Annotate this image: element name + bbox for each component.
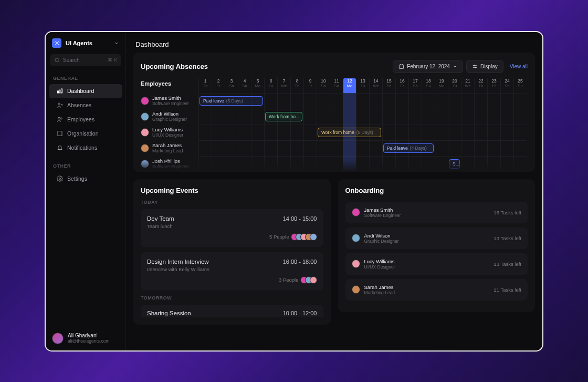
svg-rect-11 xyxy=(58,131,62,136)
svg-point-9 xyxy=(58,117,60,119)
onboarding-card[interactable]: Andi WilsonGraphic Designer 13 Tasks lef… xyxy=(345,228,528,249)
onboarding-card[interactable]: Sarah JamesMarketing Lead 11 Tasks left xyxy=(345,279,528,301)
onboarding-panel: Onboarding James SmithSoftware Engineer … xyxy=(338,179,536,312)
date-cell[interactable]: 18Su xyxy=(422,78,435,93)
display-button[interactable]: Display xyxy=(466,60,503,73)
employee-row[interactable]: Andi WilsonGraphic Designer xyxy=(133,109,198,125)
tasks-left: 11 Tasks left xyxy=(494,287,521,293)
building-icon xyxy=(56,130,63,137)
date-picker-button[interactable]: February 12, 2024 xyxy=(393,60,463,73)
search-input[interactable]: Search ⌘ K xyxy=(50,54,121,66)
absence-bar[interactable]: Work from home(5 Days) xyxy=(318,128,381,137)
sliders-icon xyxy=(472,64,478,69)
nav-label: Notifications xyxy=(67,144,97,151)
absences-panel: Upcoming Absences February 12, 2024 Disp… xyxy=(133,53,535,172)
nav-item-dashboard[interactable]: Dashboard xyxy=(49,84,122,98)
date-cell[interactable]: 8Th xyxy=(290,78,303,93)
svg-rect-17 xyxy=(400,65,404,68)
onboarding-card[interactable]: James SmithSoftware Engineer 16 Tasks le… xyxy=(345,202,528,223)
tasks-left: 13 Tasks left xyxy=(494,235,521,241)
date-cell[interactable]: 16Fr xyxy=(395,78,408,93)
date-cell[interactable]: 1Th xyxy=(198,78,212,93)
date-cell[interactable]: 23Fr xyxy=(487,78,500,93)
app-window: UI Agents Search ⌘ K GENERAL Dashboard A… xyxy=(45,31,543,352)
gear-icon xyxy=(56,175,63,182)
display-label: Display xyxy=(480,64,498,69)
date-cell[interactable]: 4Su xyxy=(238,78,251,93)
nav-item-settings[interactable]: Settings xyxy=(49,172,122,186)
sidebar: UI Agents Search ⌘ K GENERAL Dashboard A… xyxy=(46,32,126,350)
absence-bar[interactable]: Paid leave(5 Days) xyxy=(200,96,263,106)
date-cell[interactable]: 17Sa xyxy=(408,78,422,93)
avatar-stack xyxy=(303,276,317,284)
date-cell[interactable]: 22Th xyxy=(474,78,487,93)
svg-point-1 xyxy=(55,58,58,61)
event-title: Design Intern Interview xyxy=(147,259,209,265)
event-time: 14:00 - 15:00 xyxy=(283,215,317,222)
date-cell[interactable]: 6Tu xyxy=(264,78,277,93)
svg-point-0 xyxy=(56,42,58,44)
date-cell[interactable]: 25Su xyxy=(513,78,527,93)
events-panel: Upcoming Events TODAY Dev Team14:00 - 15… xyxy=(133,179,331,325)
nav-item-organisation[interactable]: Organisation xyxy=(49,127,122,141)
event-time: 10:00 - 12:00 xyxy=(283,310,317,316)
nav-label: Settings xyxy=(67,175,87,182)
brand-name: UI Agents xyxy=(66,40,92,46)
avatar xyxy=(352,285,360,294)
view-all-link[interactable]: View all xyxy=(510,64,528,69)
timeline-row: Work from home(5 Days) xyxy=(198,125,535,140)
avatar xyxy=(141,97,149,105)
absence-bar[interactable]: Work from ho... xyxy=(265,112,302,121)
avatar-stack xyxy=(293,233,317,241)
event-people-count: 5 People xyxy=(269,234,289,240)
user-x-icon xyxy=(56,102,63,109)
absence-bar[interactable]: Paid leave(4 Days) xyxy=(383,143,434,153)
tasks-left: 13 Tasks left xyxy=(494,261,521,267)
brand-switcher[interactable]: UI Agents xyxy=(46,32,125,52)
date-cell[interactable]: 24Sa xyxy=(500,78,513,93)
date-cell[interactable]: 7We xyxy=(277,78,290,93)
nav-item-notifications[interactable]: Notifications xyxy=(49,141,122,155)
date-cell[interactable]: 15Th xyxy=(382,78,395,93)
timeline: Employees James SmithSoftware EngineerAn… xyxy=(133,78,535,172)
calendar-icon xyxy=(398,64,404,69)
date-cell[interactable]: 19Mo xyxy=(435,78,448,93)
timeline-row: Work from ho... xyxy=(198,109,535,125)
date-cell[interactable]: 14We xyxy=(369,78,382,93)
date-cell[interactable]: 12Mo xyxy=(343,78,356,93)
user-card[interactable]: Ali Ghadyani ali@theuiagents.com xyxy=(46,326,125,350)
date-cell[interactable]: 20Tu xyxy=(448,78,461,93)
event-people-count: 3 People xyxy=(279,277,299,283)
event-card[interactable]: Dev Team14:00 - 15:00 Team lunch 5 Peopl… xyxy=(141,209,323,247)
svg-point-16 xyxy=(59,178,60,180)
chevron-down-icon xyxy=(453,64,457,69)
avatar xyxy=(352,260,360,268)
chevron-down-icon xyxy=(114,40,119,46)
date-cell[interactable]: 9Fr xyxy=(303,78,317,93)
event-card[interactable]: Design Intern Interview16:00 - 18:00 Int… xyxy=(141,252,323,290)
employee-row[interactable]: Sarah JamesMarketing Lead xyxy=(133,140,198,156)
onboarding-card[interactable]: Lucy WilliamsUI/UX Designer 13 Tasks lef… xyxy=(345,253,528,275)
employee-row[interactable]: Lucy WilliamsUI/UX Designer xyxy=(133,125,198,140)
nav-section-general: GENERAL xyxy=(46,73,125,84)
date-cell[interactable]: 10Sa xyxy=(317,78,330,93)
main-content: Dashboard Upcoming Absences February 12,… xyxy=(126,32,542,350)
employee-row[interactable]: James SmithSoftware Engineer xyxy=(133,93,198,109)
nav-item-employees[interactable]: Employees xyxy=(49,112,122,127)
nav-item-absences[interactable]: Absences xyxy=(49,98,122,112)
today-label: TODAY xyxy=(141,200,323,205)
date-cell[interactable]: 3Sa xyxy=(225,78,238,93)
svg-point-6 xyxy=(58,103,60,105)
date-cell[interactable]: 2Fr xyxy=(212,78,225,93)
date-cell[interactable]: 21We xyxy=(461,78,474,93)
search-placeholder: Search xyxy=(63,57,80,63)
date-cell[interactable]: 13Tu xyxy=(356,78,369,93)
svg-rect-4 xyxy=(59,90,60,93)
event-card[interactable]: Sharing Session 10:00 - 12:00 xyxy=(141,305,323,317)
nav-label: Absences xyxy=(67,102,91,108)
date-cell[interactable]: 11Su xyxy=(330,78,343,93)
avatar xyxy=(141,128,149,137)
svg-line-2 xyxy=(58,61,59,62)
chart-icon xyxy=(56,88,63,95)
date-cell[interactable]: 5Mo xyxy=(251,78,264,93)
